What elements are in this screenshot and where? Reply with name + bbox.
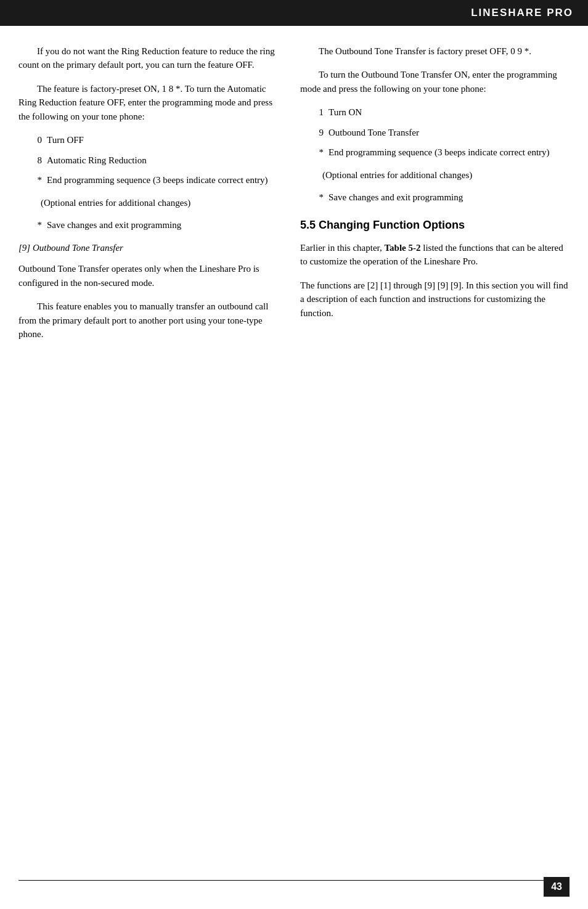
right-para1: The Outbound Tone Transfer is factory pr… <box>300 44 570 59</box>
right-column: The Outbound Tone Transfer is factory pr… <box>294 44 570 351</box>
list-item: 1 Turn ON <box>312 105 570 120</box>
list-key-save-r: * <box>312 190 324 205</box>
list-item: * End programming sequence (3 beeps indi… <box>31 173 282 187</box>
page-content: If you do not want the Ring Reduction fe… <box>0 26 588 388</box>
list-desc-1: Turn ON <box>329 105 570 120</box>
list-key-save: * <box>31 218 42 232</box>
left-para4: This feature enables you to manually tra… <box>18 300 282 341</box>
list-item: * End programming sequence (3 beeps indi… <box>312 145 570 160</box>
list-key-star1: * <box>31 173 42 187</box>
right-para3: Earlier in this chapter, Table 5-2 liste… <box>300 241 570 269</box>
left-para3: Outbound Tone Transfer operates only whe… <box>18 262 282 290</box>
left-column: If you do not want the Ring Reduction fe… <box>18 44 294 351</box>
right-list: 1 Turn ON 9 Outbound Tone Transfer * End… <box>312 105 570 160</box>
table-ref: Table 5-2 <box>384 243 420 253</box>
list-item: 9 Outbound Tone Transfer <box>312 126 570 140</box>
left-optional: (Optional entries for additional changes… <box>41 196 282 210</box>
list-key-8: 8 <box>31 153 42 168</box>
header-title: LINESHARE PRO <box>471 7 573 18</box>
italic-heading: [9] Outbound Tone Transfer <box>18 241 282 255</box>
right-optional: (Optional entries for additional changes… <box>322 168 570 182</box>
list-key-9: 9 <box>312 126 324 140</box>
list-desc-9: Outbound Tone Transfer <box>329 126 570 140</box>
right-save-list: * Save changes and exit programming <box>312 190 570 205</box>
list-desc-8: Automatic Ring Reduction <box>47 153 282 168</box>
left-para2: The feature is factory-preset ON, 1 8 *.… <box>18 82 282 124</box>
left-para1: If you do not want the Ring Reduction fe… <box>18 44 282 72</box>
right-para2: To turn the Outbound Tone Transfer ON, e… <box>300 68 570 96</box>
section-heading-5-5: 5.5 Changing Function Options <box>300 217 570 234</box>
list-item-save-r: * Save changes and exit programming <box>312 190 570 205</box>
list-key-star-r: * <box>312 145 324 160</box>
list-key-1: 1 <box>312 105 324 120</box>
list-desc-save-r: Save changes and exit programming <box>329 190 570 205</box>
left-list: 0 Turn OFF 8 Automatic Ring Reduction * … <box>31 133 282 187</box>
bottom-rule <box>18 880 570 881</box>
list-item: 8 Automatic Ring Reduction <box>31 153 282 168</box>
list-desc-star1: End programming sequence (3 beeps indica… <box>47 173 282 187</box>
list-desc-0: Turn OFF <box>47 133 282 147</box>
right-para4: The functions are [2] [1] through [9] [9… <box>300 279 570 320</box>
list-key-0: 0 <box>31 133 42 147</box>
left-save-list: * Save changes and exit programming <box>31 218 282 232</box>
page-number: 43 <box>544 877 570 897</box>
list-desc-save: Save changes and exit programming <box>47 218 282 232</box>
list-item-save: * Save changes and exit programming <box>31 218 282 232</box>
list-desc-star-r: End programming sequence (3 beeps indica… <box>329 145 570 160</box>
header-bar: LINESHARE PRO <box>0 0 588 26</box>
list-item: 0 Turn OFF <box>31 133 282 147</box>
